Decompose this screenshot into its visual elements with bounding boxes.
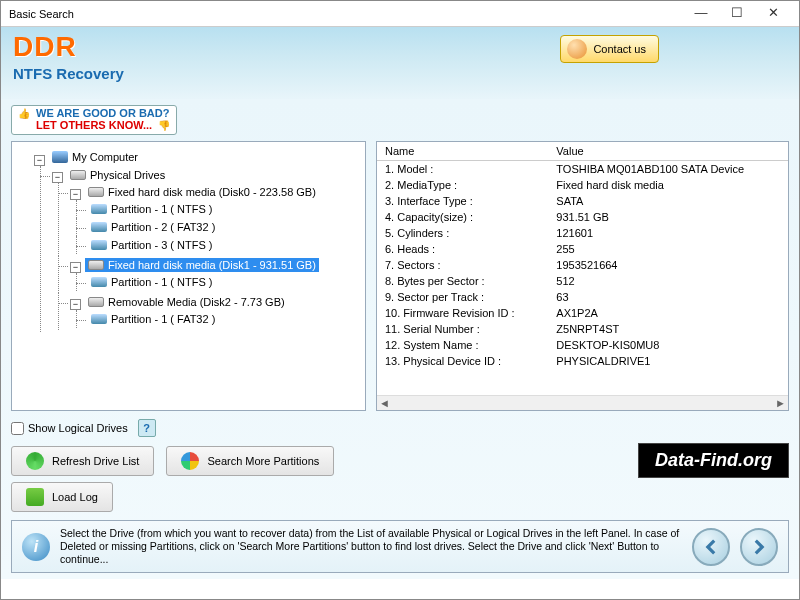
prop-value: AX1P2A: [548, 305, 788, 321]
tree-partition[interactable]: Partition - 1 ( NTFS ): [88, 275, 215, 289]
feedback-banner[interactable]: 👍 WE ARE GOOD OR BAD? LET OTHERS KNOW...…: [11, 105, 177, 135]
refresh-drive-list-button[interactable]: Refresh Drive List: [11, 446, 154, 476]
prop-value: Fixed hard disk media: [548, 177, 788, 193]
load-icon: [26, 488, 44, 506]
close-button[interactable]: ✕: [755, 4, 791, 24]
contact-label: Contact us: [593, 43, 646, 55]
contact-avatar-icon: [567, 39, 587, 59]
search-icon: [181, 452, 199, 470]
col-name[interactable]: Name: [377, 142, 548, 161]
partition-icon: [91, 222, 107, 232]
prop-value: 931.51 GB: [548, 209, 788, 225]
load-log-button[interactable]: Load Log: [11, 482, 113, 512]
prop-name: 5. Cylinders :: [377, 225, 548, 241]
tree-disk2[interactable]: Removable Media (Disk2 - 7.73 GB): [85, 295, 288, 309]
tree-my-computer[interactable]: My Computer: [49, 150, 141, 164]
table-row[interactable]: 6. Heads :255: [377, 241, 788, 257]
contact-us-button[interactable]: Contact us: [560, 35, 659, 63]
next-button[interactable]: [740, 528, 778, 566]
prop-name: 10. Firmware Revision ID :: [377, 305, 548, 321]
titlebar: Basic Search — ☐ ✕: [1, 1, 799, 27]
prop-name: 13. Physical Device ID :: [377, 353, 548, 369]
table-row[interactable]: 7. Sectors :1953521664: [377, 257, 788, 273]
tree-physical-drives[interactable]: Physical Drives: [67, 168, 168, 182]
info-icon: i: [22, 533, 50, 561]
partition-icon: [91, 277, 107, 287]
table-row[interactable]: 3. Interface Type :SATA: [377, 193, 788, 209]
table-row[interactable]: 13. Physical Device ID :PHYSICALDRIVE1: [377, 353, 788, 369]
table-row[interactable]: 1. Model :TOSHIBA MQ01ABD100 SATA Device: [377, 161, 788, 178]
prop-value: 121601: [548, 225, 788, 241]
table-row[interactable]: 2. MediaType :Fixed hard disk media: [377, 177, 788, 193]
table-row[interactable]: 8. Bytes per Sector :512: [377, 273, 788, 289]
footer-bar: i Select the Drive (from which you want …: [11, 520, 789, 573]
prop-name: 7. Sectors :: [377, 257, 548, 273]
help-button[interactable]: ?: [138, 419, 156, 437]
table-row[interactable]: 5. Cylinders :121601: [377, 225, 788, 241]
app-subtitle: NTFS Recovery: [13, 65, 787, 82]
app-header: DDR NTFS Recovery Contact us: [1, 27, 799, 99]
table-row[interactable]: 4. Capacity(size) :931.51 GB: [377, 209, 788, 225]
prop-value: 63: [548, 289, 788, 305]
table-row[interactable]: 9. Sector per Track :63: [377, 289, 788, 305]
prop-name: 2. MediaType :: [377, 177, 548, 193]
partition-icon: [91, 314, 107, 324]
prop-value: Z5NRPT4ST: [548, 321, 788, 337]
expand-toggle[interactable]: −: [34, 155, 45, 166]
tree-partition[interactable]: Partition - 1 ( NTFS ): [88, 202, 215, 216]
footer-text: Select the Drive (from which you want to…: [60, 527, 682, 566]
drive-icon: [70, 170, 86, 180]
show-logical-label: Show Logical Drives: [28, 422, 128, 434]
minimize-button[interactable]: —: [683, 4, 719, 24]
main-body: 👍 WE ARE GOOD OR BAD? LET OTHERS KNOW...…: [1, 99, 799, 579]
prop-name: 8. Bytes per Sector :: [377, 273, 548, 289]
partition-icon: [91, 204, 107, 214]
disk-icon: [88, 187, 104, 197]
window-title: Basic Search: [9, 8, 683, 20]
disk-icon: [88, 297, 104, 307]
properties-table: Name Value 1. Model :TOSHIBA MQ01ABD100 …: [377, 142, 788, 369]
prop-value: TOSHIBA MQ01ABD100 SATA Device: [548, 161, 788, 178]
properties-panel: Name Value 1. Model :TOSHIBA MQ01ABD100 …: [376, 141, 789, 411]
prop-name: 4. Capacity(size) :: [377, 209, 548, 225]
prop-name: 11. Serial Number :: [377, 321, 548, 337]
prop-name: 12. System Name :: [377, 337, 548, 353]
expand-toggle[interactable]: −: [70, 299, 81, 310]
table-row[interactable]: 10. Firmware Revision ID :AX1P2A: [377, 305, 788, 321]
prop-name: 9. Sector per Track :: [377, 289, 548, 305]
prop-value: 255: [548, 241, 788, 257]
expand-toggle[interactable]: −: [52, 172, 63, 183]
prop-name: 1. Model :: [377, 161, 548, 178]
expand-toggle[interactable]: −: [70, 189, 81, 200]
computer-icon: [52, 151, 68, 163]
search-more-partitions-button[interactable]: Search More Partitions: [166, 446, 334, 476]
show-logical-input[interactable]: [11, 422, 24, 435]
show-logical-checkbox[interactable]: Show Logical Drives: [11, 422, 128, 435]
prop-value: 1953521664: [548, 257, 788, 273]
site-brand: Data-Find.org: [638, 443, 789, 478]
tree-partition[interactable]: Partition - 2 ( FAT32 ): [88, 220, 218, 234]
disk-icon: [88, 260, 104, 270]
feedback-line2: LET OTHERS KNOW...: [36, 119, 152, 131]
col-value[interactable]: Value: [548, 142, 788, 161]
prop-value: 512: [548, 273, 788, 289]
prop-name: 3. Interface Type :: [377, 193, 548, 209]
refresh-icon: [26, 452, 44, 470]
expand-toggle[interactable]: −: [70, 262, 81, 273]
prop-value: SATA: [548, 193, 788, 209]
tree-partition[interactable]: Partition - 3 ( NTFS ): [88, 238, 215, 252]
maximize-button[interactable]: ☐: [719, 4, 755, 24]
back-button[interactable]: [692, 528, 730, 566]
table-row[interactable]: 12. System Name :DESKTOP-KIS0MU8: [377, 337, 788, 353]
drive-tree[interactable]: −My Computer −Physical Drives −Fixed har…: [11, 141, 366, 411]
horizontal-scrollbar[interactable]: ◄►: [377, 395, 788, 410]
tree-disk1-selected[interactable]: Fixed hard disk media (Disk1 - 931.51 GB…: [85, 258, 319, 272]
feedback-line1: WE ARE GOOD OR BAD?: [36, 107, 169, 119]
tree-partition[interactable]: Partition - 1 ( FAT32 ): [88, 312, 218, 326]
prop-value: PHYSICALDRIVE1: [548, 353, 788, 369]
partition-icon: [91, 240, 107, 250]
prop-name: 6. Heads :: [377, 241, 548, 257]
table-row[interactable]: 11. Serial Number :Z5NRPT4ST: [377, 321, 788, 337]
brand-logo: DDR: [13, 31, 787, 63]
tree-disk0[interactable]: Fixed hard disk media (Disk0 - 223.58 GB…: [85, 185, 319, 199]
